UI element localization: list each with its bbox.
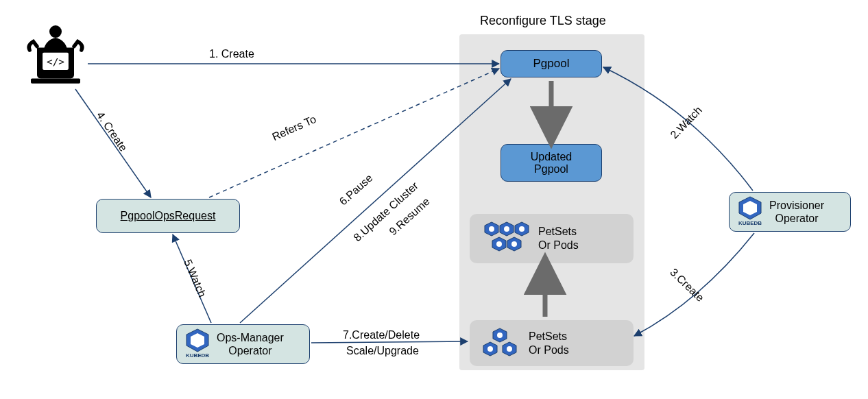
kubedb-icon-ops: KUBEDB: [184, 328, 211, 361]
svg-text:KUBEDB: KUBEDB: [738, 220, 762, 226]
updated-pgpool-l1: Updated: [531, 151, 572, 163]
updated-pgpool-l2: Pgpool: [534, 163, 568, 176]
svg-point-25: [507, 346, 512, 352]
node-provisioner: KUBEDB Provisioner Operator: [729, 192, 851, 232]
node-ops-request: PgpoolOpsRequest: [96, 199, 240, 233]
lbl-4-create: 4. Create: [94, 110, 130, 154]
svg-point-0: [49, 25, 62, 38]
prov-l2: Operator: [769, 212, 824, 225]
svg-text:KUBEDB: KUBEDB: [186, 352, 209, 358]
svg-point-24: [487, 346, 493, 352]
svg-rect-2: [31, 79, 80, 84]
svg-point-18: [496, 241, 502, 247]
node-pgpool: Pgpool: [501, 50, 602, 77]
hex-cluster-3: [478, 327, 522, 360]
lbl-3-create: 3.Create: [667, 266, 706, 304]
kubedb-icon-prov: KUBEDB: [736, 195, 764, 228]
ops-manager-l2: Operator: [217, 344, 284, 357]
svg-point-23: [497, 332, 503, 338]
svg-point-16: [504, 226, 509, 232]
edge-7: [311, 341, 468, 343]
svg-text:</>: </>: [47, 56, 64, 67]
lbl-7b: Scale/Upgrade: [346, 345, 419, 357]
lbl-1-create: 1. Create: [209, 48, 254, 60]
petsets1-l1: PetSets: [538, 225, 579, 239]
node-petsets-lower: PetSets Or Pods: [470, 320, 634, 366]
diagram-title: Reconfigure TLS stage: [480, 14, 606, 28]
node-updated-pgpool: Updated Pgpool: [501, 144, 602, 182]
ops-manager-l1: Ops-Manager: [217, 331, 284, 344]
svg-point-15: [489, 226, 494, 232]
node-ops-manager: KUBEDB Ops-Manager Operator: [176, 324, 310, 364]
pgpool-label: Pgpool: [533, 57, 570, 71]
petsets1-l2: Or Pods: [538, 239, 579, 252]
lbl-2-watch: 2.Watch: [668, 104, 704, 141]
ops-request-label: PgpoolOpsRequest: [121, 210, 216, 222]
svg-point-17: [519, 226, 525, 232]
prov-l1: Provisioner: [769, 199, 824, 212]
lbl-refers: Refers To: [270, 113, 318, 143]
lbl-7a: 7.Create/Delete: [343, 329, 420, 341]
svg-point-19: [511, 241, 517, 247]
hex-cluster-5: [478, 221, 531, 256]
petsets2-l1: PetSets: [529, 330, 569, 343]
edge-refers-to: [209, 69, 499, 197]
node-petsets-upper: PetSets Or Pods: [470, 214, 634, 263]
petsets2-l2: Or Pods: [529, 343, 569, 357]
lbl-6-pause: 6.Pause: [337, 172, 376, 208]
lbl-5-watch: 5.Watch: [181, 258, 208, 300]
user-icon: </>: [25, 23, 86, 84]
